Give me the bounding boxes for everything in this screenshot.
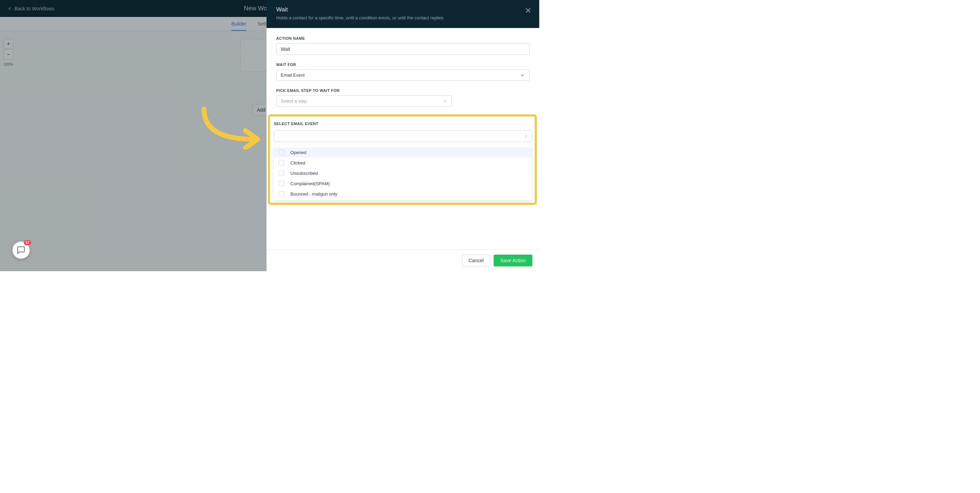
option-unsubscribed[interactable]: Unsubscribed: [274, 168, 532, 178]
close-button[interactable]: [524, 6, 532, 14]
checkbox: [278, 160, 284, 165]
panel-footer: Cancel Save Action: [267, 249, 539, 271]
wait-for-value: Email Event: [281, 73, 305, 78]
wait-for-label: WAIT FOR: [276, 63, 530, 67]
option-label: Complained(SPAM): [290, 181, 330, 186]
email-event-dropdown: Opened Clicked Unsubscribed Complained(S…: [274, 146, 532, 200]
option-label: Opened: [290, 150, 306, 155]
select-event-input[interactable]: [274, 130, 532, 142]
select-event-label: SELECT EMAIL EVENT: [274, 122, 318, 126]
checkbox: [278, 150, 284, 155]
chat-widget[interactable]: 57: [13, 241, 30, 259]
option-label: Clicked: [290, 160, 305, 165]
option-label: Bounced - mailgun only: [290, 192, 337, 197]
wait-for-select[interactable]: Email Event: [276, 70, 530, 81]
chevron-down-icon: [520, 73, 525, 78]
arrow-annotation: [199, 106, 261, 150]
option-opened[interactable]: Opened: [274, 147, 532, 157]
panel-header: Wait Holds a contact for a specific time…: [267, 0, 539, 28]
chat-icon: [17, 246, 25, 255]
pick-step-group: PICK EMAIL STEP TO WAIT FOR Select a ste…: [276, 89, 530, 107]
save-action-button[interactable]: Save Action: [494, 255, 532, 266]
checkbox: [278, 181, 284, 186]
checkbox: [278, 170, 284, 176]
wait-for-group: WAIT FOR Email Event: [276, 63, 530, 81]
panel-title: Wait: [276, 6, 530, 13]
updown-icon: [524, 133, 528, 139]
checkbox: [278, 191, 284, 197]
pick-step-placeholder: Select a step: [281, 98, 307, 104]
pick-step-label: PICK EMAIL STEP TO WAIT FOR: [276, 89, 530, 93]
option-clicked[interactable]: Clicked: [274, 157, 532, 168]
close-icon: [524, 6, 532, 14]
option-bounced[interactable]: Bounced - mailgun only: [274, 189, 532, 199]
cancel-button[interactable]: Cancel: [462, 255, 490, 266]
pick-step-select[interactable]: Select a step: [276, 95, 452, 107]
chat-badge: 57: [24, 240, 31, 245]
option-complained[interactable]: Complained(SPAM): [274, 178, 532, 189]
option-label: Unsubscribed: [290, 171, 318, 176]
action-name-label: ACTION NAME: [276, 36, 530, 40]
action-name-group: ACTION NAME: [276, 36, 530, 55]
action-name-input[interactable]: [276, 43, 530, 55]
updown-icon: [443, 98, 447, 104]
panel-subtitle: Holds a contact for a specific time, unt…: [276, 15, 530, 21]
